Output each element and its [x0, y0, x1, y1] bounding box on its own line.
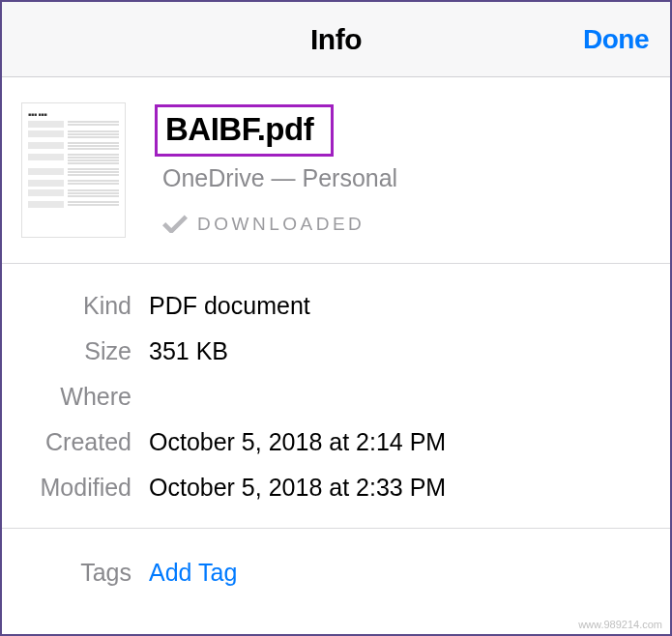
watermark: www.989214.com [578, 619, 662, 630]
detail-value-size: 351 KB [149, 337, 228, 365]
file-meta: BAIBF.pdf OneDrive — Personal DOWNLOADED [155, 104, 397, 237]
detail-value-modified: October 5, 2018 at 2:33 PM [149, 474, 446, 502]
detail-row-where: Where [2, 374, 670, 419]
detail-label-where: Where [2, 383, 149, 411]
detail-row-modified: Modified October 5, 2018 at 2:33 PM [2, 465, 670, 510]
file-details-section: Kind PDF document Size 351 KB Where Crea… [2, 264, 670, 529]
detail-label-size: Size [2, 337, 149, 365]
detail-value-kind: PDF document [149, 292, 310, 320]
tags-section: Tags Add Tag [2, 529, 670, 617]
add-tag-button[interactable]: Add Tag [149, 559, 237, 587]
detail-row-tags: Tags Add Tag [2, 550, 670, 595]
download-status: DOWNLOADED [162, 212, 397, 237]
detail-row-size: Size 351 KB [2, 329, 670, 374]
header-title: Info [310, 23, 362, 56]
detail-label-kind: Kind [2, 292, 149, 320]
file-location: OneDrive — Personal [162, 164, 397, 192]
done-button[interactable]: Done [583, 24, 649, 55]
file-thumbnail: ■■■ ■■■ [21, 102, 126, 238]
download-status-text: DOWNLOADED [197, 214, 365, 235]
detail-row-created: Created October 5, 2018 at 2:14 PM [2, 419, 670, 465]
file-name: BAIBF.pdf [155, 104, 334, 157]
detail-value-created: October 5, 2018 at 2:14 PM [149, 428, 446, 456]
info-header: Info Done [2, 2, 670, 77]
detail-label-tags: Tags [2, 559, 149, 587]
file-summary-section: ■■■ ■■■ BAIBF.pdf OneDrive — Personal DO… [2, 77, 670, 264]
checkmark-icon [162, 212, 188, 237]
detail-label-created: Created [2, 428, 149, 456]
detail-label-modified: Modified [2, 474, 149, 502]
detail-row-kind: Kind PDF document [2, 283, 670, 329]
